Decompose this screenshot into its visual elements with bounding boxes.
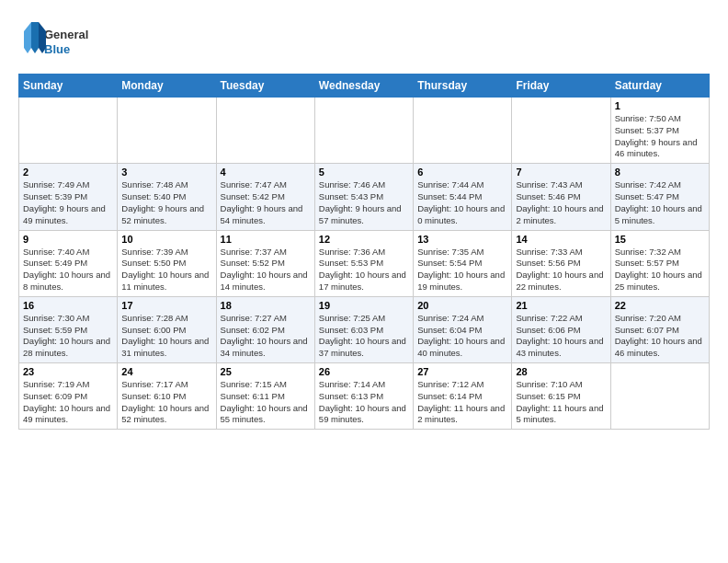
day-cell: 28Sunrise: 7:10 AM Sunset: 6:15 PM Dayli…	[512, 363, 610, 430]
day-cell: 20Sunrise: 7:24 AM Sunset: 6:04 PM Dayli…	[414, 296, 512, 362]
day-cell: 8Sunrise: 7:42 AM Sunset: 5:47 PM Daylig…	[610, 164, 709, 230]
day-info: Sunrise: 7:30 AM Sunset: 5:59 PM Dayligh…	[23, 313, 113, 360]
day-number: 11	[221, 234, 311, 245]
day-number: 3	[121, 167, 211, 178]
day-info: Sunrise: 7:39 AM Sunset: 5:50 PM Dayligh…	[121, 247, 211, 293]
day-number: 6	[417, 167, 507, 178]
day-number: 1	[615, 100, 705, 111]
day-info: Sunrise: 7:17 AM Sunset: 6:10 PM Dayligh…	[121, 379, 211, 426]
day-cell: 18Sunrise: 7:27 AM Sunset: 6:02 PM Dayli…	[216, 296, 314, 362]
svg-text:Blue: Blue	[44, 42, 70, 56]
day-info: Sunrise: 7:40 AM Sunset: 5:49 PM Dayligh…	[23, 247, 113, 293]
day-number: 27	[417, 366, 507, 377]
day-info: Sunrise: 7:43 AM Sunset: 5:46 PM Dayligh…	[516, 179, 606, 226]
day-cell: 10Sunrise: 7:39 AM Sunset: 5:50 PM Dayli…	[118, 230, 216, 296]
day-number: 7	[516, 167, 606, 178]
svg-marker-3	[24, 22, 31, 53]
day-cell: 12Sunrise: 7:36 AM Sunset: 5:53 PM Dayli…	[314, 230, 413, 296]
col-header-monday: Monday	[118, 75, 216, 98]
page-header: General Blue	[18, 18, 710, 64]
day-cell: 1Sunrise: 7:50 AM Sunset: 5:37 PM Daylig…	[610, 98, 709, 164]
day-info: Sunrise: 7:33 AM Sunset: 5:56 PM Dayligh…	[516, 247, 606, 293]
day-cell: 13Sunrise: 7:35 AM Sunset: 5:54 PM Dayli…	[414, 230, 512, 296]
day-info: Sunrise: 7:25 AM Sunset: 6:03 PM Dayligh…	[319, 313, 409, 360]
col-header-saturday: Saturday	[610, 75, 709, 98]
day-number: 5	[319, 167, 409, 178]
col-header-wednesday: Wednesday	[314, 75, 413, 98]
day-info: Sunrise: 7:20 AM Sunset: 6:07 PM Dayligh…	[615, 313, 705, 360]
day-cell: 25Sunrise: 7:15 AM Sunset: 6:11 PM Dayli…	[216, 363, 314, 430]
day-cell	[216, 98, 314, 164]
day-number: 26	[319, 366, 409, 377]
day-info: Sunrise: 7:44 AM Sunset: 5:44 PM Dayligh…	[417, 179, 507, 226]
svg-marker-2	[31, 22, 39, 53]
day-cell: 2Sunrise: 7:49 AM Sunset: 5:39 PM Daylig…	[19, 164, 118, 230]
day-cell: 17Sunrise: 7:28 AM Sunset: 6:00 PM Dayli…	[118, 296, 216, 362]
day-info: Sunrise: 7:28 AM Sunset: 6:00 PM Dayligh…	[121, 313, 211, 360]
day-number: 19	[319, 300, 409, 311]
day-cell: 23Sunrise: 7:19 AM Sunset: 6:09 PM Dayli…	[19, 363, 118, 430]
week-row-1: 1Sunrise: 7:50 AM Sunset: 5:37 PM Daylig…	[19, 98, 710, 164]
day-cell: 9Sunrise: 7:40 AM Sunset: 5:49 PM Daylig…	[19, 230, 118, 296]
day-info: Sunrise: 7:37 AM Sunset: 5:52 PM Dayligh…	[221, 247, 311, 293]
day-cell	[118, 98, 216, 164]
day-cell: 5Sunrise: 7:46 AM Sunset: 5:43 PM Daylig…	[314, 164, 413, 230]
day-number: 4	[221, 167, 311, 178]
col-header-tuesday: Tuesday	[216, 75, 314, 98]
day-cell: 19Sunrise: 7:25 AM Sunset: 6:03 PM Dayli…	[314, 296, 413, 362]
week-row-2: 2Sunrise: 7:49 AM Sunset: 5:39 PM Daylig…	[19, 164, 710, 230]
svg-text:General: General	[44, 28, 88, 41]
day-info: Sunrise: 7:10 AM Sunset: 6:15 PM Dayligh…	[516, 379, 606, 426]
day-cell	[314, 98, 413, 164]
day-number: 8	[615, 167, 705, 178]
logo: General Blue	[18, 18, 101, 64]
day-number: 13	[417, 234, 507, 245]
day-info: Sunrise: 7:47 AM Sunset: 5:42 PM Dayligh…	[221, 179, 311, 226]
day-info: Sunrise: 7:27 AM Sunset: 6:02 PM Dayligh…	[221, 313, 311, 360]
day-cell	[19, 98, 118, 164]
day-info: Sunrise: 7:36 AM Sunset: 5:53 PM Dayligh…	[319, 247, 409, 293]
day-info: Sunrise: 7:49 AM Sunset: 5:39 PM Dayligh…	[23, 179, 113, 226]
day-number: 20	[417, 300, 507, 311]
week-row-5: 23Sunrise: 7:19 AM Sunset: 6:09 PM Dayli…	[19, 363, 710, 430]
week-row-4: 16Sunrise: 7:30 AM Sunset: 5:59 PM Dayli…	[19, 296, 710, 362]
logo-svg: General Blue	[18, 18, 101, 64]
calendar-header-row: SundayMondayTuesdayWednesdayThursdayFrid…	[19, 75, 710, 98]
day-cell: 6Sunrise: 7:44 AM Sunset: 5:44 PM Daylig…	[414, 164, 512, 230]
day-cell: 22Sunrise: 7:20 AM Sunset: 6:07 PM Dayli…	[610, 296, 709, 362]
calendar-table: SundayMondayTuesdayWednesdayThursdayFrid…	[18, 74, 710, 430]
day-number: 10	[121, 234, 211, 245]
day-number: 14	[516, 234, 606, 245]
day-number: 24	[121, 366, 211, 377]
day-cell	[610, 363, 709, 430]
day-info: Sunrise: 7:22 AM Sunset: 6:06 PM Dayligh…	[516, 313, 606, 360]
day-number: 16	[23, 300, 113, 311]
day-cell: 14Sunrise: 7:33 AM Sunset: 5:56 PM Dayli…	[512, 230, 610, 296]
day-number: 12	[319, 234, 409, 245]
day-number: 17	[121, 300, 211, 311]
day-number: 22	[615, 300, 705, 311]
day-cell	[512, 98, 610, 164]
day-number: 23	[23, 366, 113, 377]
day-info: Sunrise: 7:14 AM Sunset: 6:13 PM Dayligh…	[319, 379, 409, 426]
day-cell: 3Sunrise: 7:48 AM Sunset: 5:40 PM Daylig…	[118, 164, 216, 230]
day-info: Sunrise: 7:19 AM Sunset: 6:09 PM Dayligh…	[23, 379, 113, 426]
day-cell: 27Sunrise: 7:12 AM Sunset: 6:14 PM Dayli…	[414, 363, 512, 430]
day-cell: 21Sunrise: 7:22 AM Sunset: 6:06 PM Dayli…	[512, 296, 610, 362]
day-cell: 24Sunrise: 7:17 AM Sunset: 6:10 PM Dayli…	[118, 363, 216, 430]
day-info: Sunrise: 7:46 AM Sunset: 5:43 PM Dayligh…	[319, 179, 409, 226]
day-cell	[414, 98, 512, 164]
day-number: 25	[221, 366, 311, 377]
day-info: Sunrise: 7:42 AM Sunset: 5:47 PM Dayligh…	[615, 179, 705, 226]
day-number: 28	[516, 366, 606, 377]
day-info: Sunrise: 7:48 AM Sunset: 5:40 PM Dayligh…	[121, 179, 211, 226]
day-number: 2	[23, 167, 113, 178]
day-number: 21	[516, 300, 606, 311]
day-info: Sunrise: 7:32 AM Sunset: 5:57 PM Dayligh…	[615, 247, 705, 293]
day-cell: 11Sunrise: 7:37 AM Sunset: 5:52 PM Dayli…	[216, 230, 314, 296]
day-cell: 15Sunrise: 7:32 AM Sunset: 5:57 PM Dayli…	[610, 230, 709, 296]
col-header-friday: Friday	[512, 75, 610, 98]
day-cell: 26Sunrise: 7:14 AM Sunset: 6:13 PM Dayli…	[314, 363, 413, 430]
day-cell: 7Sunrise: 7:43 AM Sunset: 5:46 PM Daylig…	[512, 164, 610, 230]
day-number: 9	[23, 234, 113, 245]
